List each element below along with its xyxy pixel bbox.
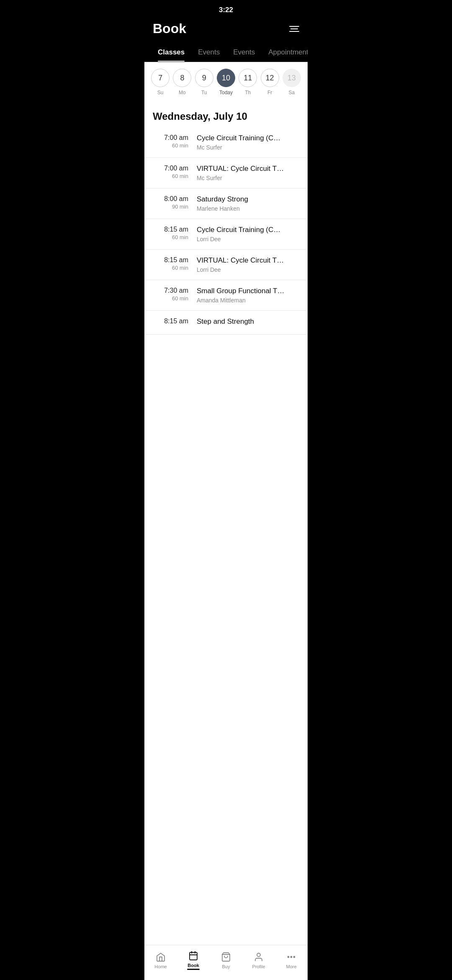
bottom-nav: Home Book Buy — [144, 945, 308, 980]
book-icon — [188, 950, 199, 961]
class-time-2: 8:00 am 90 min — [153, 195, 188, 210]
tab-events-2[interactable]: Events — [226, 43, 262, 62]
filter-button[interactable] — [289, 26, 299, 32]
day-label-8: Mo — [179, 90, 186, 95]
day-label-7: Su — [157, 90, 164, 95]
nav-more[interactable]: More — [277, 950, 306, 971]
class-info-4: VIRTUAL: Cycle Circuit T… Lorri Dee — [197, 256, 299, 273]
class-info-0: Cycle Circuit Training (C… Mc Surfer — [197, 134, 299, 151]
buy-icon — [221, 952, 231, 962]
day-label-10: Today — [219, 90, 233, 95]
svg-point-5 — [257, 953, 260, 957]
class-info-3: Cycle Circuit Training (C… Lorri Dee — [197, 226, 299, 242]
day-13[interactable]: 13 Sa — [282, 69, 301, 95]
profile-icon — [253, 952, 264, 962]
more-icon — [286, 952, 297, 962]
active-indicator — [187, 969, 200, 970]
class-item-3[interactable]: 8:15 am 60 min Cycle Circuit Training (C… — [144, 219, 308, 250]
class-info-2: Saturday Strong Marlene Hanken — [197, 195, 299, 212]
day-number-8: 8 — [173, 69, 191, 87]
day-12[interactable]: 12 Fr — [261, 69, 279, 95]
class-item-0[interactable]: 7:00 am 60 min Cycle Circuit Training (C… — [144, 127, 308, 158]
svg-point-8 — [294, 956, 295, 957]
status-time: 3:22 — [219, 6, 233, 14]
day-label-13: Sa — [288, 90, 295, 95]
class-info-6: Step and Strength — [197, 317, 299, 328]
day-7[interactable]: 7 Su — [151, 69, 170, 95]
tab-bar: Classes Events Events Appointments — [144, 43, 308, 62]
class-time-0: 7:00 am 60 min — [153, 134, 188, 149]
day-number-11: 11 — [239, 69, 257, 87]
nav-home[interactable]: Home — [146, 950, 175, 971]
nav-profile[interactable]: Profile — [244, 950, 273, 971]
day-number-12: 12 — [261, 69, 279, 87]
class-time-4: 8:15 am 60 min — [153, 256, 188, 271]
tab-appointments[interactable]: Appointments — [262, 43, 308, 62]
class-info-1: VIRTUAL: Cycle Circuit T… Mc Surfer — [197, 165, 299, 181]
day-number-10: 10 — [217, 69, 235, 87]
day-number-7: 7 — [151, 69, 170, 87]
day-number-9: 9 — [195, 69, 213, 87]
day-label-12: Fr — [267, 90, 272, 95]
day-label-9: Tu — [201, 90, 207, 95]
nav-buy[interactable]: Buy — [211, 950, 241, 971]
home-icon — [155, 952, 166, 962]
class-time-3: 8:15 am 60 min — [153, 226, 188, 240]
class-item-1[interactable]: 7:00 am 60 min VIRTUAL: Cycle Circuit T…… — [144, 158, 308, 188]
nav-book[interactable]: Book — [179, 949, 208, 972]
tab-classes[interactable]: Classes — [151, 43, 191, 62]
day-8[interactable]: 8 Mo — [173, 69, 191, 95]
day-label-11: Th — [245, 90, 251, 95]
day-11[interactable]: 11 Th — [239, 69, 257, 95]
svg-rect-0 — [190, 952, 197, 960]
svg-point-7 — [291, 956, 292, 957]
day-10[interactable]: 10 Today — [217, 69, 235, 95]
class-time-6: 8:15 am — [153, 317, 188, 326]
class-item-4[interactable]: 8:15 am 60 min VIRTUAL: Cycle Circuit T…… — [144, 250, 308, 280]
class-info-5: Small Group Functional T… Amanda Mittlem… — [197, 287, 299, 304]
class-time-5: 7:30 am 60 min — [153, 287, 188, 302]
selected-date: Wednesday, July 10 — [144, 102, 308, 127]
tab-events-1[interactable]: Events — [191, 43, 226, 62]
calendar-strip: 7 Su 8 Mo 9 Tu 10 Today 11 Th 12 Fr 13 S… — [144, 62, 308, 102]
class-item-2[interactable]: 8:00 am 90 min Saturday Strong Marlene H… — [144, 188, 308, 219]
class-time-1: 7:00 am 60 min — [153, 165, 188, 179]
day-9[interactable]: 9 Tu — [195, 69, 213, 95]
day-number-13: 13 — [282, 69, 301, 87]
page-title: Book — [153, 21, 186, 36]
status-bar: 3:22 — [144, 0, 308, 18]
header: Book — [144, 18, 308, 43]
svg-point-6 — [288, 956, 289, 957]
class-item-5[interactable]: 7:30 am 60 min Small Group Functional T…… — [144, 280, 308, 311]
main-content: Wednesday, July 10 7:00 am 60 min Cycle … — [144, 102, 308, 948]
class-list: 7:00 am 60 min Cycle Circuit Training (C… — [144, 127, 308, 335]
class-item-6[interactable]: 8:15 am Step and Strength — [144, 311, 308, 335]
